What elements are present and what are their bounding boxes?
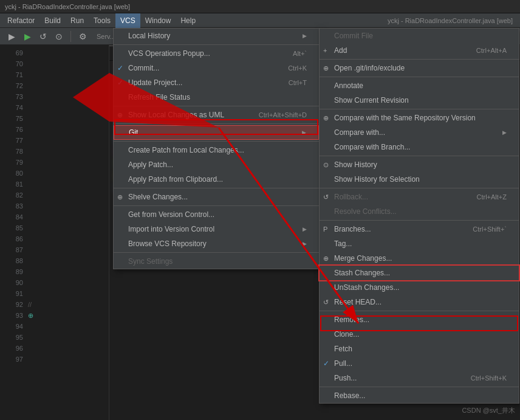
menu-vcs[interactable]: VCS bbox=[115, 13, 140, 28]
git-rollback-shortcut: Ctrl+Alt+Z bbox=[476, 193, 507, 201]
git-unstash-changes[interactable]: UnStash Changes... bbox=[320, 280, 519, 295]
vcs-get-from-vc[interactable]: Get from Version Control... bbox=[114, 207, 319, 222]
git-branches-icon: P bbox=[323, 225, 327, 233]
toolbar-debug-btn[interactable]: ▶ bbox=[21, 30, 34, 43]
vcs-commit[interactable]: ✓ Commit... Ctrl+K bbox=[114, 61, 319, 75]
title-bar: yckj - RiaDRoadIndexController.java [web… bbox=[0, 0, 520, 13]
line-97: 97 bbox=[0, 354, 109, 365]
line-76: 76 bbox=[0, 124, 109, 135]
vcs-apply-patch[interactable]: Apply Patch... bbox=[114, 157, 319, 172]
git-compare-branch[interactable]: Compare with Branch... bbox=[320, 140, 519, 154]
line-70: 70 bbox=[0, 58, 109, 69]
menu-tools[interactable]: Tools bbox=[89, 13, 115, 28]
vcs-sep-6 bbox=[114, 205, 319, 206]
git-merge-label: Merge Changes... bbox=[334, 254, 392, 263]
git-annotate[interactable]: Annotate bbox=[320, 78, 519, 93]
git-remotes[interactable]: Remotes... bbox=[320, 312, 519, 327]
git-compare-branch-label: Compare with Branch... bbox=[334, 143, 410, 151]
git-clone[interactable]: Clone... bbox=[320, 327, 519, 342]
git-unstash-label: UnStash Changes... bbox=[334, 283, 399, 292]
menu-help[interactable]: Help bbox=[176, 13, 200, 28]
git-compare-with[interactable]: Compare with... bbox=[320, 125, 519, 140]
vcs-show-local-changes[interactable]: ⊕ Show Local Changes as UML Ctrl+Alt+Shi… bbox=[114, 108, 319, 122]
menu-window[interactable]: Window bbox=[140, 13, 176, 28]
line-90: 90 bbox=[0, 277, 109, 288]
vcs-git[interactable]: Git bbox=[114, 125, 319, 140]
git-submenu: Commit File + Add Ctrl+Alt+A ⊕ Open .git… bbox=[319, 28, 519, 404]
menu-refactor[interactable]: Refactor bbox=[2, 13, 39, 28]
menu-run[interactable]: Run bbox=[66, 13, 89, 28]
vcs-create-patch[interactable]: Create Patch from Local Changes... bbox=[114, 143, 319, 157]
git-stash-label: Stash Changes... bbox=[334, 269, 390, 277]
git-sep-2 bbox=[320, 77, 519, 77]
vcs-git-label: Git bbox=[129, 128, 138, 137]
vcs-show-local-icon: ⊕ bbox=[117, 111, 123, 119]
git-show-revision-label: Show Current Revision bbox=[334, 96, 409, 105]
toolbar-target-btn[interactable]: ⊙ bbox=[52, 30, 66, 43]
git-exclude-icon: ⊕ bbox=[323, 64, 329, 72]
git-sep-3 bbox=[320, 109, 519, 109]
menu-build[interactable]: Build bbox=[39, 13, 66, 28]
git-resolve-label: Resolve Conflicts... bbox=[334, 207, 397, 216]
git-reset-head[interactable]: ↺ Reset HEAD... bbox=[320, 295, 519, 309]
vcs-sep-2 bbox=[114, 106, 319, 106]
line-72: 72 bbox=[0, 80, 109, 91]
vcs-refresh-status[interactable]: Refresh File Status bbox=[114, 90, 319, 105]
line-69: 69 bbox=[0, 47, 109, 58]
vcs-operations-popup[interactable]: VCS Operations Popup... Alt+` bbox=[114, 46, 319, 61]
vcs-apply-patch-clipboard[interactable]: Apply Patch from Clipboard... bbox=[114, 172, 319, 187]
git-compare-same-repo[interactable]: ⊕ Compare with the Same Repository Versi… bbox=[320, 111, 519, 125]
git-rebase[interactable]: Rebase... bbox=[320, 388, 519, 403]
vcs-sep-7 bbox=[114, 252, 319, 253]
toolbar-reload-btn[interactable]: ↺ bbox=[36, 30, 50, 43]
git-sep-8 bbox=[320, 387, 519, 387]
git-sep-6 bbox=[320, 220, 519, 221]
git-merge-icon: ⊕ bbox=[323, 255, 329, 263]
git-history-selection-label: Show History for Selection bbox=[334, 175, 420, 184]
git-reset-label: Reset HEAD... bbox=[334, 298, 381, 306]
line-74: 74 bbox=[0, 102, 109, 113]
vcs-browse-repo[interactable]: Browse VCS Repository bbox=[114, 236, 319, 251]
line-91: 91 bbox=[0, 288, 109, 299]
menu-bar: Refactor Build Run Tools VCS Window Help… bbox=[0, 13, 520, 28]
git-fetch[interactable]: Fetch bbox=[320, 342, 519, 356]
vcs-commit-label: Commit... bbox=[128, 64, 159, 72]
git-sep-1 bbox=[320, 59, 519, 60]
toolbar-settings-btn[interactable]: ⚙ bbox=[76, 30, 89, 43]
line-86: 86 bbox=[0, 233, 109, 244]
git-rollback-icon: ↺ bbox=[323, 193, 329, 201]
watermark: CSDN @svt_井木 bbox=[462, 406, 515, 415]
git-stash-changes[interactable]: Stash Changes... bbox=[320, 266, 519, 280]
git-resolve-conflicts: Resolve Conflicts... bbox=[320, 204, 519, 219]
vcs-sync-settings: Sync Settings bbox=[114, 254, 319, 269]
line-93: 93 ⊕ bbox=[0, 310, 109, 321]
vcs-import-into-vc[interactable]: Import into Version Control bbox=[114, 222, 319, 236]
toolbar-run-btn[interactable]: ▶ bbox=[5, 30, 18, 43]
vcs-shelve-label: Shelve Changes... bbox=[128, 193, 188, 201]
vcs-local-history[interactable]: Local History bbox=[114, 29, 319, 43]
git-branches[interactable]: P Branches... Ctrl+Shift+` bbox=[320, 222, 519, 236]
git-merge-changes[interactable]: ⊕ Merge Changes... bbox=[320, 251, 519, 266]
vcs-shelve-changes[interactable]: ⊕ Shelve Changes... bbox=[114, 190, 319, 204]
git-show-history[interactable]: ⊙ Show History bbox=[320, 157, 519, 172]
git-tag[interactable]: Tag... bbox=[320, 236, 519, 251]
git-history-icon: ⊙ bbox=[323, 161, 329, 169]
vcs-sep-3 bbox=[114, 123, 319, 124]
git-open-exclude[interactable]: ⊕ Open .git/info/exclude bbox=[320, 61, 519, 75]
line-84: 84 bbox=[0, 212, 109, 222]
git-push[interactable]: Push... Ctrl+Shift+K bbox=[320, 371, 519, 385]
git-show-revision[interactable]: Show Current Revision bbox=[320, 93, 519, 108]
line-92: 92 // bbox=[0, 299, 109, 310]
git-annotate-label: Annotate bbox=[334, 81, 363, 90]
git-compare-with-label: Compare with... bbox=[334, 128, 385, 137]
git-exclude-label: Open .git/info/exclude bbox=[334, 64, 405, 72]
git-branches-label: Branches... bbox=[334, 225, 371, 233]
git-pull[interactable]: ✓ Pull... bbox=[320, 356, 519, 371]
code-area: 69 70 71 72 73 74 75 76 77 78 79 80 81 8… bbox=[0, 45, 109, 420]
git-tag-label: Tag... bbox=[334, 239, 352, 248]
vcs-sync-label: Sync Settings bbox=[128, 257, 173, 266]
vcs-update-project[interactable]: ✓ Update Project... Ctrl+T bbox=[114, 75, 319, 90]
git-sep-5 bbox=[320, 188, 519, 188]
git-show-history-selection[interactable]: Show History for Selection bbox=[320, 172, 519, 187]
git-add[interactable]: + Add Ctrl+Alt+A bbox=[320, 43, 519, 58]
